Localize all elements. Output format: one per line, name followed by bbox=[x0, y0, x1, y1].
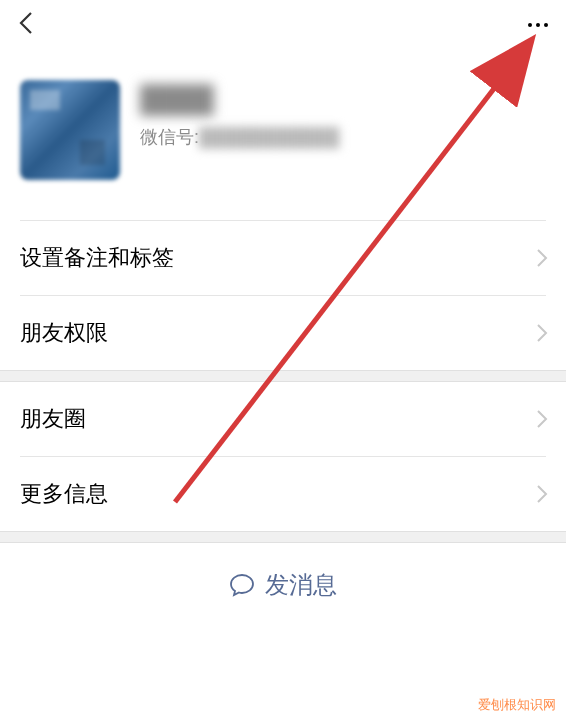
set-remark-tag-item[interactable]: 设置备注和标签 bbox=[0, 221, 566, 295]
chat-icon bbox=[229, 572, 255, 598]
display-name: ████ bbox=[140, 84, 339, 115]
chevron-left-icon bbox=[18, 10, 34, 36]
chevron-right-icon bbox=[536, 248, 548, 268]
chevron-right-icon bbox=[536, 409, 548, 429]
profile-section: ████ 微信号: ███████████ bbox=[0, 50, 566, 220]
section-divider bbox=[0, 531, 566, 543]
back-button[interactable] bbox=[18, 10, 34, 40]
more-info-item[interactable]: 更多信息 bbox=[0, 457, 566, 531]
header-bar bbox=[0, 0, 566, 50]
avatar[interactable] bbox=[20, 80, 120, 180]
section-divider bbox=[0, 370, 566, 382]
more-dot-icon bbox=[544, 23, 548, 27]
more-dot-icon bbox=[528, 23, 532, 27]
send-message-button[interactable]: 发消息 bbox=[0, 543, 566, 625]
chevron-right-icon bbox=[536, 484, 548, 504]
item-label: 朋友圈 bbox=[20, 404, 86, 434]
wechat-label: 微信号: bbox=[140, 125, 199, 149]
profile-info: ████ 微信号: ███████████ bbox=[140, 80, 339, 180]
moments-item[interactable]: 朋友圈 bbox=[0, 382, 566, 456]
more-dot-icon bbox=[536, 23, 540, 27]
send-message-label: 发消息 bbox=[265, 569, 337, 601]
item-label: 更多信息 bbox=[20, 479, 108, 509]
more-button[interactable] bbox=[528, 23, 548, 27]
item-label: 设置备注和标签 bbox=[20, 243, 174, 273]
friend-permission-item[interactable]: 朋友权限 bbox=[0, 296, 566, 370]
wechat-id-row: 微信号: ███████████ bbox=[140, 125, 339, 149]
item-label: 朋友权限 bbox=[20, 318, 108, 348]
chevron-right-icon bbox=[536, 323, 548, 343]
wechat-id: ███████████ bbox=[199, 127, 339, 148]
watermark: 爱刨根知识网 bbox=[478, 696, 556, 714]
